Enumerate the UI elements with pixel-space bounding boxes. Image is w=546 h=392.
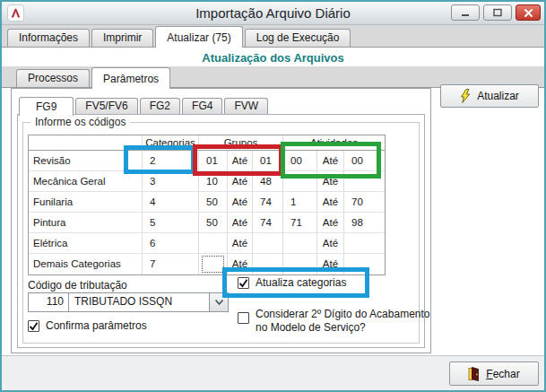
header-categorias: Categorias — [143, 135, 199, 151]
checkmark-icon — [238, 278, 248, 288]
confirma-parametros-checkbox[interactable] — [28, 320, 39, 332]
cell-ate-label: Até — [228, 213, 253, 233]
cell-atividade-from[interactable] — [283, 254, 317, 274]
cell-ate-label: Até — [317, 254, 344, 274]
cell-atividade-from[interactable]: 1 — [283, 192, 317, 213]
considerar-digito-label-line1: Considerar 2º Dígito do Acabamento — [256, 308, 430, 320]
confirma-parametros-label: Confirma parâmetros — [46, 319, 147, 332]
atualiza-categorias-label: Atualiza categorias — [256, 276, 346, 289]
cell-grupo-to[interactable]: 74 — [253, 213, 283, 233]
cell-atividade-from[interactable]: 71 — [283, 213, 317, 233]
cell-atividade-to[interactable]: 00 — [344, 151, 385, 171]
cell-ate-label: Até — [228, 254, 253, 274]
cell-atividade-from[interactable] — [283, 233, 317, 254]
cell-grupo-from[interactable]: 01 — [199, 151, 228, 171]
cell-grupo-from[interactable] — [199, 233, 228, 254]
row-label: Revisão — [29, 151, 143, 171]
tab-processos[interactable]: Processos — [16, 69, 90, 87]
tab-imprimir[interactable]: Imprimir — [91, 29, 153, 47]
minimize-icon — [461, 9, 470, 17]
atualizar-button[interactable]: Atualizar — [440, 84, 539, 108]
cell-atividade-to[interactable] — [344, 233, 385, 254]
cell-ate-label: Até — [317, 171, 344, 192]
fechar-button-label: Fechar — [486, 368, 519, 380]
row-label: Mecânica Geral — [29, 171, 143, 192]
tab-fg2[interactable]: FG2 — [140, 98, 180, 114]
row-label: Pintura — [29, 213, 143, 233]
chevron-down-icon — [214, 299, 224, 306]
corner-cell — [29, 135, 143, 151]
cell-categoria[interactable]: 5 — [143, 213, 199, 233]
atualizar-button-label: Atualizar — [477, 90, 519, 102]
header-atividades: Atividades — [283, 135, 385, 151]
row-label: Elétrica — [29, 233, 143, 254]
tributacao-combo[interactable]: 110 TRIBUTADO ISSQN — [28, 292, 229, 312]
cell-atividade-to[interactable] — [344, 171, 385, 192]
cell-atividade-to[interactable]: 70 — [344, 192, 385, 213]
parametros-panel: FG9 FV5/FV6 FG2 FG4 FVW Informe os códig… — [11, 88, 431, 353]
atualiza-categorias-checkbox[interactable] — [238, 277, 249, 289]
fg-tabstrip: FG9 FV5/FV6 FG2 FG4 FVW — [17, 94, 425, 115]
titlebar: Importação Arquivo Diário — [2, 2, 544, 25]
cell-grupo-to[interactable]: 48 — [253, 171, 283, 192]
tab-fvw[interactable]: FVW — [224, 98, 268, 114]
considerar-digito-checkbox[interactable] — [238, 312, 249, 324]
cell-ate-label: Até — [228, 233, 253, 254]
groupbox-title: Informe os códigos — [30, 116, 130, 128]
tab-log-execucao[interactable]: Log de Execução — [245, 29, 351, 47]
cell-grupo-to[interactable] — [253, 254, 283, 274]
tab-fg9[interactable]: FG9 — [19, 97, 74, 116]
tributacao-value: TRIBUTADO ISSQN — [69, 293, 209, 311]
cell-atividade-from[interactable] — [283, 171, 317, 192]
cell-atividade-to[interactable]: 98 — [344, 213, 385, 233]
minimize-button[interactable] — [451, 4, 480, 21]
tab-fv5fv6[interactable]: FV5/FV6 — [75, 98, 137, 114]
cell-grupo-from[interactable]: 50 — [199, 192, 228, 213]
cell-grupo-to[interactable]: 01 — [253, 151, 283, 171]
cell-ate-label: Até — [317, 233, 344, 254]
codes-table: Categorias Grupos Atividades Revisão 2 0… — [28, 135, 386, 275]
main-tabstrip: Informações Imprimir Atualizar (75) Log … — [2, 25, 544, 48]
cell-grupo-from[interactable]: 50 — [199, 213, 228, 233]
fechar-button[interactable]: Fechar — [449, 362, 539, 386]
cell-categoria[interactable]: 4 — [143, 192, 199, 213]
cell-ate-label: Até — [317, 192, 344, 213]
maximize-button[interactable] — [483, 4, 512, 21]
tab-informacoes[interactable]: Informações — [7, 29, 90, 47]
combo-dropdown-button[interactable] — [209, 293, 228, 311]
cell-categoria[interactable]: 6 — [143, 233, 199, 254]
header-grupos: Grupos — [199, 135, 283, 151]
tab-atualizar[interactable]: Atualizar (75) — [155, 26, 242, 48]
cell-categoria[interactable]: 7 — [143, 254, 199, 274]
import-daily-file-dialog: Importação Arquivo Diário Informações Im… — [0, 0, 546, 392]
cell-ate-label: Até — [317, 213, 344, 233]
cell-grupo-from-focused[interactable] — [199, 254, 228, 274]
cell-grupo-to[interactable]: 74 — [253, 192, 283, 213]
cell-grupo-to[interactable] — [253, 233, 283, 254]
window-controls — [451, 4, 541, 21]
close-icon — [524, 9, 533, 17]
cell-ate-label: Até — [228, 151, 253, 171]
cell-ate-label: Até — [317, 151, 344, 171]
cell-categoria[interactable]: 3 — [143, 171, 199, 192]
cell-atividade-from[interactable]: 00 — [283, 151, 317, 171]
cell-ate-label: Até — [228, 192, 253, 213]
cell-categoria[interactable]: 2 — [143, 151, 199, 171]
considerar-digito-label-line2: no Modelo de Serviço? — [256, 321, 366, 334]
cell-grupo-from[interactable]: 10 — [199, 171, 228, 192]
cell-atividade-to[interactable] — [344, 254, 385, 274]
tab-parametros[interactable]: Parâmetros — [91, 67, 170, 89]
row-label: Funilaria — [29, 192, 143, 213]
tributacao-code: 110 — [29, 293, 69, 311]
cell-ate-label: Até — [228, 171, 253, 192]
maximize-icon — [493, 8, 502, 17]
close-button[interactable] — [516, 4, 541, 21]
row-label: Demais Categorias — [29, 254, 143, 274]
confirma-parametros-row: Confirma parâmetros — [28, 319, 147, 332]
tributacao-label: Código de tributação — [28, 279, 127, 292]
atualiza-categorias-row: Atualiza categorias — [238, 276, 346, 289]
tab-fg4[interactable]: FG4 — [182, 98, 222, 114]
checkmark-icon — [29, 321, 39, 331]
lightning-icon — [460, 89, 471, 103]
considerar-digito-row: Considerar 2º Dígito do Acabamento no Mo… — [238, 308, 430, 335]
